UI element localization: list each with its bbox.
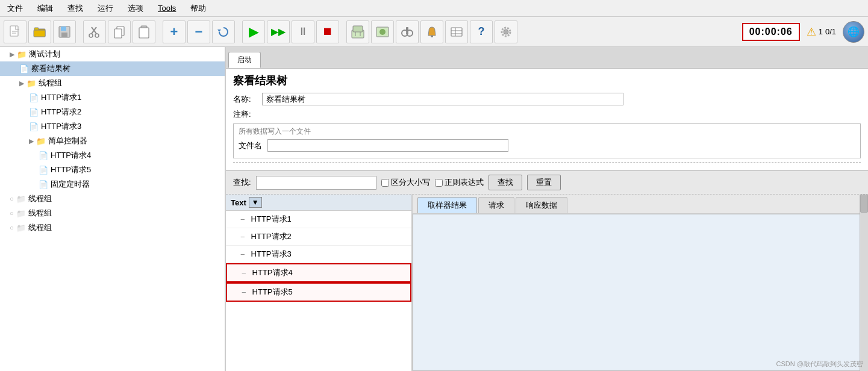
result-item-http4[interactable]: − HTTP请求4: [226, 263, 411, 282]
name-row: 名称:: [233, 93, 861, 105]
result-tree1-button[interactable]: [346, 20, 369, 43]
expand-icon-sc: ▶: [29, 137, 34, 145]
dash4: −: [242, 269, 246, 278]
menu-options[interactable]: 选项: [125, 2, 146, 15]
tree-item-http3[interactable]: 📄 HTTP请求3: [0, 119, 225, 134]
case-sensitive-check[interactable]: 区分大小写: [381, 177, 430, 188]
tree-label-view-tree: 察看结果树: [31, 63, 70, 74]
svg-rect-28: [431, 36, 433, 37]
file-icon-http2: 📄: [29, 108, 39, 117]
tree-item-http2[interactable]: 📄 HTTP请求2: [0, 105, 225, 119]
tree-item-thread-group2[interactable]: ○ 📁 线程组: [0, 192, 225, 206]
tree-item-http5[interactable]: 📄 HTTP请求5: [0, 163, 225, 177]
column-header-text: Text: [231, 198, 246, 207]
filename-label: 文件名: [239, 140, 263, 151]
tree-label-thread-group1: 线程组: [39, 78, 62, 89]
folder-icon-2: 📁: [27, 79, 36, 88]
find-button[interactable]: 查找: [489, 175, 522, 190]
svg-point-23: [379, 29, 386, 35]
tree-label-thread-group2: 线程组: [28, 193, 52, 204]
regex-check[interactable]: 正则表达式: [435, 177, 484, 188]
connector-icon: ▶: [19, 80, 24, 87]
menu-run[interactable]: 运行: [95, 2, 116, 15]
results-tab-sampler[interactable]: 取样器结果: [417, 197, 477, 213]
section-title: 所有数据写入一个文件: [239, 126, 855, 137]
clear-button[interactable]: [212, 20, 235, 43]
new-button[interactable]: [4, 20, 27, 43]
svg-rect-29: [451, 28, 462, 36]
search-binoculars-button[interactable]: [396, 20, 419, 43]
result-item-http1[interactable]: − HTTP请求1: [226, 211, 411, 228]
folder-icon-sc: 📁: [36, 137, 46, 146]
result-item-http5[interactable]: − HTTP请求5: [226, 282, 411, 302]
svg-rect-7: [61, 26, 66, 31]
svg-rect-26: [406, 27, 408, 32]
run-button[interactable]: ▶: [242, 20, 265, 43]
tree-item-http1[interactable]: 📄 HTTP请求1: [0, 90, 225, 105]
paste-button[interactable]: [133, 20, 155, 43]
pause-button[interactable]: ⏸: [292, 20, 314, 43]
vertical-scrollbar[interactable]: [860, 195, 868, 371]
menu-edit[interactable]: 编辑: [35, 2, 55, 15]
tree-item-thread-group3[interactable]: ○ 📁 线程组: [0, 206, 225, 220]
tree-item-thread-group1[interactable]: ▶ 📁 线程组: [0, 76, 225, 90]
warning-section: ⚠ 1 0/1: [802, 23, 841, 41]
tree-item-test-plan[interactable]: ▶ 📁 测试计划: [0, 47, 225, 61]
save-button[interactable]: [53, 20, 76, 43]
tab-start[interactable]: 启动: [228, 52, 261, 68]
tree-item-timer1[interactable]: 📄 固定定时器: [0, 177, 225, 192]
help-button[interactable]: ?: [470, 20, 493, 43]
tree-label-test-plan: 测试计划: [29, 49, 60, 60]
menu-find[interactable]: 查找: [65, 2, 86, 15]
menu-help[interactable]: 帮助: [188, 2, 208, 15]
notify-button[interactable]: [420, 20, 443, 43]
tree-item-view-tree[interactable]: 📄 察看结果树: [0, 61, 225, 76]
dash3: −: [240, 250, 245, 259]
connector4: ○: [10, 224, 14, 231]
result-tree2-button[interactable]: [371, 20, 394, 43]
copy-button[interactable]: [108, 20, 131, 43]
tree-label-http3: HTTP请求3: [41, 121, 81, 132]
stop-button[interactable]: ⏹: [316, 20, 339, 43]
svg-point-11: [89, 34, 93, 37]
menu-tools[interactable]: Tools: [155, 2, 178, 14]
search-input[interactable]: [256, 176, 376, 190]
svg-rect-14: [114, 29, 122, 38]
cut-button[interactable]: [83, 20, 106, 43]
case-sensitive-label: 区分大小写: [391, 177, 430, 188]
case-sensitive-checkbox[interactable]: [381, 179, 389, 187]
tree-label-thread-group3: 线程组: [28, 208, 52, 219]
regex-checkbox[interactable]: [435, 179, 443, 187]
tree-label-timer1: 固定定时器: [51, 179, 90, 190]
scrollbar-thumb[interactable]: [860, 195, 868, 213]
globe-icon: 🌐: [843, 21, 864, 43]
tree-item-thread-group4[interactable]: ○ 📁 线程组: [0, 220, 225, 235]
list-button[interactable]: [445, 20, 468, 43]
name-input[interactable]: [262, 93, 623, 105]
tree-item-http4[interactable]: 📄 HTTP请求4: [0, 148, 225, 163]
connector3: ○: [10, 210, 14, 217]
config-area: 察看结果树 名称: 注释: 所有数据写入一个文件 文件名: [226, 69, 868, 171]
results-tab-request[interactable]: 请求: [478, 197, 514, 213]
file-icon-http5: 📄: [39, 166, 48, 175]
settings-button[interactable]: [495, 20, 517, 43]
result-item-http2[interactable]: − HTTP请求2: [226, 228, 411, 246]
filename-input[interactable]: [267, 139, 508, 152]
result-item-http3[interactable]: − HTTP请求3: [226, 246, 411, 263]
results-right-panel: 取样器结果 请求 响应数据: [413, 195, 868, 371]
results-tab-response[interactable]: 响应数据: [516, 197, 567, 213]
file-section: 所有数据写入一个文件 文件名: [233, 123, 861, 158]
open-button[interactable]: [28, 20, 51, 43]
run-selected-button[interactable]: ▶▶: [267, 20, 290, 43]
tree-panel: ▶ 📁 测试计划 📄 察看结果树 ▶ 📁 线程组 📄 HTTP请求1 📄 HTT…: [0, 47, 226, 371]
tree-item-simple-controller[interactable]: ▶ 📁 简单控制器: [0, 134, 225, 148]
remove-element-button[interactable]: −: [187, 20, 210, 43]
results-tabs: 取样器结果 请求 响应数据: [413, 195, 868, 214]
menu-file[interactable]: 文件: [5, 2, 25, 15]
svg-rect-16: [139, 28, 149, 38]
regex-label: 正则表达式: [445, 177, 484, 188]
file-icon-timer1: 📄: [39, 180, 48, 189]
add-element-button[interactable]: +: [163, 20, 186, 43]
reset-button[interactable]: 重置: [527, 175, 561, 190]
column-dropdown[interactable]: ▼: [249, 197, 262, 208]
